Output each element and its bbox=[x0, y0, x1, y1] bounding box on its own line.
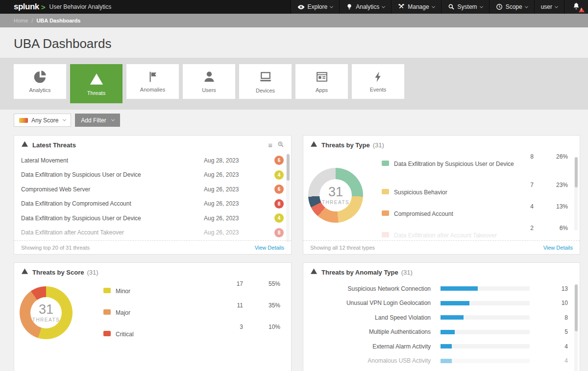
tab-users-label: Users bbox=[202, 87, 216, 93]
nav-system[interactable]: System bbox=[441, 0, 489, 14]
legend-row[interactable]: 11 35% Major bbox=[103, 302, 284, 324]
warning-triangle-icon bbox=[21, 268, 28, 277]
bar bbox=[441, 359, 452, 363]
magnifier-icon bbox=[448, 3, 455, 10]
legend-percent: 13% bbox=[543, 203, 568, 210]
view-details-link[interactable]: View Details bbox=[255, 245, 284, 251]
legend-swatch-icon bbox=[382, 161, 389, 166]
product-name: User Behavior Analytics bbox=[49, 3, 112, 10]
scrollbar-thumb[interactable] bbox=[575, 157, 578, 187]
donut-total: 31 bbox=[328, 186, 343, 199]
legend-percent: 6% bbox=[543, 225, 568, 232]
legend-percent: 10% bbox=[256, 324, 280, 330]
legend-label: Suspicious Behavior bbox=[394, 188, 447, 197]
tab-threats[interactable]: Threats bbox=[70, 64, 122, 103]
legend: 8 26% Data Exfiltration by Suspicious Us… bbox=[382, 153, 572, 246]
legend-count: 3 bbox=[223, 324, 243, 330]
score-gradient-icon bbox=[19, 118, 28, 123]
tab-apps[interactable]: Apps bbox=[295, 64, 348, 99]
legend-row[interactable]: 7 23% Suspicious Behavior bbox=[382, 182, 572, 203]
scrollbar-thumb[interactable] bbox=[575, 284, 578, 331]
anomaly-value: 8 bbox=[530, 314, 572, 321]
list-view-icon[interactable]: ≡ bbox=[268, 141, 272, 149]
legend-count: 11 bbox=[223, 302, 243, 309]
notifications-button[interactable] bbox=[564, 0, 588, 14]
view-details-link[interactable]: View Details bbox=[543, 245, 573, 251]
legend-count: 4 bbox=[514, 203, 534, 210]
brand[interactable]: splunk > User Behavior Analytics bbox=[0, 0, 111, 14]
legend-row[interactable]: 17 55% Minor bbox=[103, 280, 284, 302]
threat-row[interactable]: Lateral Movement Aug 28, 2023 6 bbox=[14, 153, 291, 168]
threats-by-type-panel: Threats by Type (31) 31 THREATS 8 26% Da… bbox=[303, 135, 580, 255]
pie-chart-icon bbox=[33, 70, 47, 84]
legend-swatch-icon bbox=[382, 232, 389, 237]
legend-label: Compromised Account bbox=[394, 210, 453, 218]
score-badge: 6 bbox=[274, 156, 284, 165]
threat-row[interactable]: Data Exfiltration after Account Takeover… bbox=[14, 226, 291, 240]
anomaly-bar-row[interactable]: Land Speed Violation 8 bbox=[310, 310, 572, 325]
warning-triangle-icon bbox=[310, 140, 318, 150]
tab-events[interactable]: Events bbox=[352, 64, 404, 99]
page-title: UBA Dashboards bbox=[14, 36, 111, 51]
legend-row[interactable]: 3 10% Critical bbox=[103, 324, 284, 345]
alert-badge-icon bbox=[579, 7, 585, 12]
showing-hint: Showing all 12 threat types bbox=[310, 245, 375, 251]
bar bbox=[441, 330, 455, 334]
legend-swatch-icon bbox=[103, 288, 111, 293]
anomaly-bar-row[interactable]: Anomalous USB Activity 4 bbox=[310, 354, 572, 369]
filter-row: Any Score Add Filter bbox=[14, 114, 120, 127]
breadcrumb-home[interactable]: Home bbox=[14, 18, 28, 23]
donut-center: 31 THREATS bbox=[308, 168, 363, 223]
nav-analytics[interactable]: Analytics bbox=[339, 0, 391, 14]
panel-footer: Showing all 12 threat types View Details bbox=[303, 240, 580, 254]
tab-devices-label: Devices bbox=[256, 88, 275, 93]
tab-anomalies[interactable]: Anomalies bbox=[126, 64, 179, 99]
anomaly-bar-row[interactable]: Unusual VPN Login Geolocation 10 bbox=[310, 296, 572, 311]
app-window-icon bbox=[315, 70, 329, 84]
add-filter-label: Add Filter bbox=[81, 117, 106, 124]
legend-swatch-icon bbox=[382, 189, 389, 194]
tab-devices[interactable]: Devices bbox=[239, 64, 292, 99]
chevron-down-icon bbox=[480, 4, 483, 8]
tab-analytics[interactable]: Analytics bbox=[14, 64, 66, 99]
threat-row[interactable]: Data Exfiltration by Suspicious User or … bbox=[14, 168, 291, 183]
splunk-logo: splunk bbox=[14, 2, 39, 12]
threats-by-score-donut: 31 THREATS bbox=[20, 286, 73, 339]
threat-row[interactable]: Data Exfiltration by Suspicious User or … bbox=[14, 211, 291, 226]
anomaly-bar-row[interactable]: External Alarm Activity 4 bbox=[310, 339, 572, 354]
threat-name: Data Exfiltration by Compromised Account bbox=[21, 200, 131, 207]
nav-user[interactable]: user bbox=[534, 0, 564, 14]
legend-row[interactable]: 4 13% Compromised Account bbox=[382, 203, 572, 225]
scrollbar[interactable] bbox=[574, 157, 578, 231]
nav-explore[interactable]: Explore bbox=[291, 0, 340, 14]
scrollbar[interactable] bbox=[574, 284, 578, 371]
scrollbar[interactable] bbox=[286, 153, 290, 242]
threat-row[interactable]: Compromised Web Server Aug 26, 2023 6 bbox=[14, 182, 291, 197]
score-filter-dropdown[interactable]: Any Score bbox=[14, 114, 71, 127]
threats-by-score-panel: Threats by Score (31) 31 THREATS 17 55% … bbox=[14, 262, 292, 371]
chevron-down-icon bbox=[63, 118, 66, 121]
chevron-down-icon bbox=[555, 4, 558, 8]
breadcrumb-separator: / bbox=[31, 18, 33, 23]
panel-title: Latest Threats bbox=[32, 141, 76, 149]
legend-row[interactable]: 8 26% Data Exfiltration by Suspicious Us… bbox=[382, 153, 572, 182]
zoom-in-icon[interactable] bbox=[277, 141, 284, 150]
nav-scope[interactable]: Scope bbox=[489, 0, 534, 14]
clock-icon bbox=[496, 3, 503, 10]
bar bbox=[441, 301, 469, 305]
nav-manage[interactable]: Manage bbox=[391, 0, 441, 14]
threat-row[interactable]: Data Exfiltration by Compromised Account… bbox=[14, 197, 291, 211]
anomaly-bar-row[interactable]: Multiple Authentications 5 bbox=[310, 325, 572, 340]
nav-scope-label: Scope bbox=[506, 3, 522, 10]
tab-anomalies-label: Anomalies bbox=[140, 87, 165, 93]
threat-date: Aug 26, 2023 bbox=[204, 215, 239, 222]
splunk-arrow-icon: > bbox=[41, 3, 46, 11]
add-filter-button[interactable]: Add Filter bbox=[75, 114, 120, 127]
tab-users[interactable]: Users bbox=[183, 64, 235, 99]
scrollbar-thumb[interactable] bbox=[287, 154, 290, 181]
panel-count: (31) bbox=[401, 269, 413, 276]
legend-percent: 55% bbox=[256, 280, 280, 287]
nav-menus: Explore Analytics Manage System Scope us… bbox=[291, 0, 588, 14]
anomaly-bar-row[interactable]: Suspicious Network Connection 13 bbox=[310, 281, 572, 296]
bar-track bbox=[441, 315, 530, 320]
